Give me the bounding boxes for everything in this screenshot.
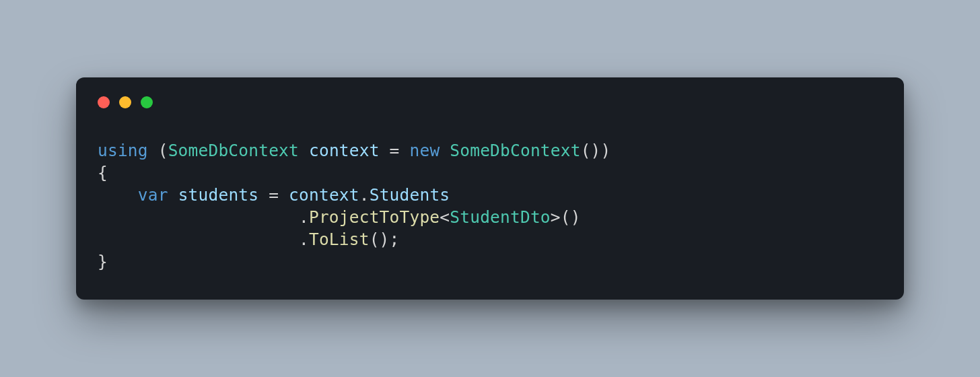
method-name: ToList [309, 230, 370, 249]
parens: () [561, 207, 581, 227]
type-name: StudentDto [450, 207, 551, 227]
variable: students [178, 185, 259, 205]
parens: (); [370, 230, 400, 249]
brace: } [98, 252, 108, 271]
indent: . [98, 207, 309, 227]
maximize-icon[interactable] [141, 96, 153, 108]
dot: . [359, 185, 370, 205]
type-name: SomeDbContext [168, 141, 299, 160]
method-name: ProjectToType [309, 207, 440, 227]
space [299, 141, 309, 160]
variable: context [289, 185, 359, 205]
operator: = [258, 185, 289, 205]
indent: . [98, 230, 309, 249]
type-name: SomeDbContext [450, 141, 580, 160]
brace: { [98, 163, 108, 182]
angle-bracket: < [440, 207, 450, 227]
parens: ()) [581, 141, 611, 160]
indent [98, 185, 138, 205]
space [440, 141, 450, 160]
close-icon[interactable] [98, 96, 110, 108]
paren: ( [148, 141, 168, 160]
keyword-using: using [98, 141, 148, 160]
keyword-var: var [138, 185, 168, 205]
property: Students [370, 185, 450, 205]
traffic-lights [98, 96, 882, 108]
operator: = [380, 141, 410, 160]
code-window: using (SomeDbContext context = new SomeD… [76, 77, 904, 300]
code-block: using (SomeDbContext context = new SomeD… [98, 139, 882, 273]
keyword-new: new [410, 141, 440, 160]
space [168, 185, 178, 205]
minimize-icon[interactable] [119, 96, 131, 108]
angle-bracket: > [551, 207, 561, 227]
variable: context [309, 141, 380, 160]
